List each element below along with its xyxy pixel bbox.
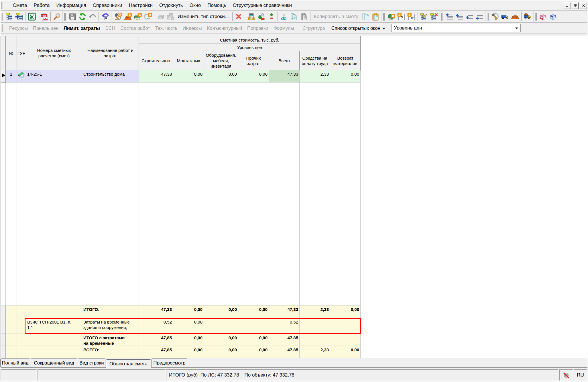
toolbar-button[interactable] [455,11,465,22]
toolbar-grip[interactable] [383,13,386,21]
toolbar-grip[interactable] [1,13,3,21]
menu-7[interactable]: Помощь [204,1,230,10]
toolbar-button[interactable] [77,11,87,22]
minimize-button[interactable] [564,2,571,9]
summary-value[interactable]: 0,00 [204,346,238,358]
summary-number[interactable] [26,305,82,318]
panel-item-0[interactable]: Ресурсы [7,26,30,31]
toolbar-button[interactable] [123,11,133,22]
menu-0[interactable]: Смета [9,1,30,10]
toolbar-button[interactable] [361,11,371,22]
toolbar-button[interactable] [538,11,548,22]
toolbar-button[interactable] [133,11,143,22]
cell-value-3[interactable]: 0,00 [238,70,269,83]
summary-value[interactable] [300,334,330,346]
panel-item-1[interactable]: Панель цен [30,26,61,31]
toolbar-button[interactable] [429,11,439,22]
summary-value[interactable]: 0,00 [173,305,204,318]
toolbar-button[interactable] [386,11,396,22]
summary-number[interactable] [26,334,82,346]
cell-estimate-number[interactable]: 14-25-1 [26,70,82,83]
summary-value[interactable]: 2,33 [300,346,330,358]
col-header-0[interactable]: Строительных [139,51,173,70]
toolbar-button[interactable] [87,11,97,22]
summary-value[interactable]: 0,00 [238,346,269,358]
menu-3[interactable]: Справочники [89,1,125,10]
toolbar-button[interactable]: ПР [406,11,416,22]
toolbar-button[interactable] [266,11,276,22]
toolbar-button[interactable] [465,11,475,22]
tab-0[interactable]: Полный вид [0,359,30,367]
col-header-type[interactable]: ГУF [17,36,26,70]
menu-1[interactable]: Работа [30,1,53,10]
menu-8[interactable]: Структурные справочники [229,1,295,10]
cell-value-1[interactable]: 0,00 [173,70,204,83]
toolbar-button[interactable]: P [396,11,406,22]
panel-item-2[interactable]: Лимит. затраты [61,26,103,31]
cell-num[interactable]: 1 [6,70,17,83]
menu-grip[interactable] [1,2,4,9]
toolbar-button[interactable]: PDF [39,11,49,22]
summary-value[interactable]: 2,33 [300,305,330,318]
summary-value[interactable]: 0,00 [204,305,238,318]
cell-value-2[interactable]: 0,00 [204,70,238,83]
toolbar-button[interactable] [155,11,165,22]
summary-name[interactable]: ИТОГО с затратами на временные [82,334,139,346]
toolbar-button[interactable] [52,11,62,22]
summary-value[interactable] [330,334,361,346]
summary-value[interactable]: 0,00 [238,334,269,346]
panel-item-6[interactable]: Индексы [180,26,204,31]
header-band-cost[interactable]: Сметная стоимость, тыс. руб. [139,36,361,44]
toolbar-button[interactable] [143,11,153,22]
tab-2[interactable]: Вид строки [78,359,105,367]
toolbar-button[interactable] [523,11,533,22]
toolbar-button[interactable] [165,11,175,22]
summary-value[interactable]: 0,00 [173,334,204,346]
summary-value[interactable]: 0,00 [330,305,361,318]
header-band-price-level[interactable]: Уровень цен [139,44,361,51]
status-panel-lang[interactable]: RU [574,369,587,381]
toolbar-button[interactable] [500,11,510,22]
panel-item-3[interactable]: ЭСН [103,26,118,31]
toolbar-button[interactable] [27,11,37,22]
panel-item-4[interactable]: Состав работ [118,26,152,31]
panel-item-7[interactable]: Конъюнктурный [204,26,245,31]
toolbar-button[interactable] [475,11,485,22]
toolbar-button[interactable] [289,11,299,22]
summary-value[interactable]: 47,33 [269,305,300,318]
toolbar-button[interactable] [14,11,24,22]
toolbar-button[interactable] [113,11,123,22]
panel-item-11[interactable]: Список открытых окон [329,26,388,31]
col-header-work-name[interactable]: Наименование работ и затрат [82,36,139,70]
toolbar-button[interactable] [256,11,266,22]
col-header-5[interactable]: Средства на оплату труда [300,51,330,70]
summary-value[interactable]: 0,00 [204,334,238,346]
cell-value-6[interactable]: 0,00 [330,70,361,83]
panel-item-5[interactable]: Тех. часть [153,26,180,31]
close-button[interactable] [580,2,587,9]
toolbar-button[interactable] [445,11,455,22]
panel-item-10[interactable]: Структура [300,26,327,31]
restore-button[interactable] [572,2,579,9]
toolbar-button-text[interactable]: Копировать в смету [312,14,361,19]
col-header-estimate-numbers[interactable]: Номера сметных расчетов (смет) [26,36,82,70]
summary-name[interactable]: ВСЕГО: [82,346,139,358]
panel-item-8[interactable]: Поправки [245,26,271,31]
summary-value[interactable]: 47,85 [269,346,300,358]
toolbar-button[interactable] [510,11,520,22]
toolbar-button[interactable] [419,11,429,22]
summary-value[interactable]: 47,85 [269,334,300,346]
panelbar-grip[interactable] [1,24,3,32]
menu-4[interactable]: Настройки [125,1,156,10]
col-header-1[interactable]: Монтажных [173,51,204,70]
cell-value-5[interactable]: 2,33 [300,70,330,83]
toolbar-button[interactable] [67,11,77,22]
toolbar-grip[interactable] [441,13,444,21]
summary-value[interactable]: 47,85 [139,334,173,346]
toolbar-grip[interactable] [535,13,537,21]
toolbar-button[interactable] [246,11,256,22]
toolbar-button-text[interactable]: Изменить тип строки... [175,14,231,19]
summary-value[interactable]: 0,00 [330,346,361,358]
menu-6[interactable]: Окно [186,1,204,10]
col-header-6[interactable]: Возврат материалов [330,51,361,70]
